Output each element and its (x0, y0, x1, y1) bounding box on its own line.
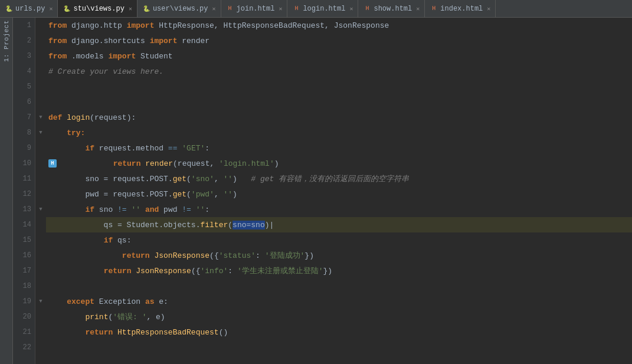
str-status-val: '登陆成功' (265, 250, 305, 261)
str-empty-sno: '' (131, 205, 140, 214)
tab-bar: 🐍 urls.py ✕ 🐍 stu\views.py ✕ 🐍 user\view… (0, 0, 632, 18)
line-num-2: 2 (13, 33, 35, 48)
tab-urls-py[interactable]: 🐍 urls.py ✕ (0, 0, 58, 17)
str-error: '错误: ' (113, 311, 146, 322)
line-num-11: 11 (13, 171, 35, 186)
tab-label: login.html (303, 5, 345, 13)
fold-icon-19[interactable]: ▼ (39, 299, 42, 304)
code-line-2: from django.shortcuts import render (46, 33, 632, 48)
exception-class: Exception (99, 297, 140, 306)
gutter-3 (35, 48, 46, 64)
tab-label: urls.py (15, 5, 45, 13)
gutter-5 (35, 79, 46, 94)
code-lines[interactable]: from django.http import HttpResponse, Ht… (46, 18, 632, 364)
tab-close[interactable]: ✕ (129, 5, 132, 12)
h-bookmark-icon: H (48, 159, 57, 168)
gutter-15 (35, 232, 46, 248)
gutter: ▼ ▼ ▼ ▼ (35, 18, 46, 364)
tab-label: show.html (374, 5, 412, 13)
str-empty-12: '' (223, 190, 233, 199)
code-line-5 (46, 79, 632, 94)
fold-icon-7[interactable]: ▼ (39, 114, 42, 120)
gutter-6 (35, 94, 46, 110)
line-numbers: 1 2 3 4 5 6 7 8 9 10 11 12 13 14 15 16 1… (13, 18, 35, 364)
tab-close[interactable]: ✕ (279, 5, 282, 12)
str-info-key: 'info' (200, 267, 228, 276)
tab-close[interactable]: ✕ (487, 5, 490, 12)
line-num-14: 14 (13, 217, 35, 232)
op-eq: == (168, 144, 178, 153)
code-line-22 (46, 340, 632, 355)
gutter-2 (35, 33, 46, 48)
kw-and: and (145, 205, 159, 214)
main-layout: 1: Project 1 2 3 4 5 6 7 8 9 10 11 12 13… (0, 18, 632, 364)
op-ne-1: != (117, 205, 127, 214)
py-icon: 🐍 (5, 5, 13, 13)
kw-import-3: import (108, 52, 136, 61)
fn-jsonresponse-16: JsonResponse (154, 251, 209, 260)
line-num-13: 13 (13, 202, 35, 217)
code-line-1: from django.http import HttpResponse, Ht… (46, 18, 632, 33)
tab-close[interactable]: ✕ (212, 5, 216, 12)
gutter-10 (35, 156, 46, 171)
gutter-8[interactable]: ▼ (35, 125, 46, 140)
fn-print: print (85, 313, 108, 322)
tab-user-views-py[interactable]: 🐍 user\views.py ✕ (137, 0, 221, 17)
py-icon: 🐍 (63, 5, 71, 13)
code-line-12: pwd = request.POST.get('pwd', '') (46, 186, 632, 202)
op-ne-2: != (182, 205, 191, 214)
str-status-key: 'status' (219, 251, 256, 260)
gutter-22 (35, 340, 46, 355)
line-num-9: 9 (13, 140, 35, 156)
tab-stu-views-py[interactable]: 🐍 stu\views.py ✕ (58, 0, 137, 17)
line-num-12: 12 (13, 186, 35, 202)
line-num-22: 22 (13, 340, 35, 355)
code-line-9: if request.method == 'GET': (46, 140, 632, 156)
line-num-3: 3 (13, 48, 35, 64)
code-line-20: print('错误: ', e) (46, 309, 632, 324)
kw-from-3: from (48, 52, 67, 61)
str-info-val: '学生未注册或禁止登陆' (237, 265, 323, 276)
tab-index-html[interactable]: H index.html ✕ (425, 0, 496, 17)
tab-label: stu\views.py (73, 5, 124, 13)
fn-get-12: get (173, 190, 186, 199)
line-num-20: 20 (13, 309, 35, 324)
comment-4: # Create your views here. (48, 67, 163, 76)
code-line-3: from .models import Student (46, 48, 632, 64)
tab-close[interactable]: ✕ (49, 5, 53, 12)
gutter-13[interactable]: ▼ (35, 202, 46, 217)
html-icon: H (430, 5, 438, 13)
tab-login-html[interactable]: H login.html ✕ (287, 0, 358, 17)
tab-close[interactable]: ✕ (416, 5, 420, 12)
code-line-19: except Exception as e: (46, 294, 632, 309)
gutter-7[interactable]: ▼ (35, 110, 46, 125)
kw-from-2: from (48, 37, 67, 45)
line-num-21: 21 (13, 324, 35, 340)
kw-try: try: (67, 129, 85, 137)
tab-join-html[interactable]: H join.html ✕ (221, 0, 288, 17)
code-line-15: if qs: (46, 232, 632, 248)
gutter-19[interactable]: ▼ (35, 294, 46, 309)
line-num-16: 16 (13, 248, 35, 263)
tab-label: index.html (440, 5, 483, 13)
line-num-4: 4 (13, 64, 35, 79)
fold-icon-13[interactable]: ▼ (39, 206, 42, 212)
project-sidebar[interactable]: 1: Project (0, 18, 13, 364)
tab-close[interactable]: ✕ (349, 5, 353, 12)
line-num-6: 6 (13, 94, 35, 110)
code-line-11: sno = request.POST.get('sno', '') # get … (46, 171, 632, 186)
line-num-15: 15 (13, 232, 35, 248)
tab-show-html[interactable]: H show.html ✕ (358, 0, 425, 17)
kw-if-15: if (104, 236, 113, 245)
kw-if-9: if (85, 144, 94, 153)
kw-import-2: import (150, 37, 178, 45)
line-num-1: 1 (13, 18, 35, 33)
line-num-17: 17 (13, 263, 35, 278)
gutter-11 (35, 171, 46, 186)
str-empty-pwd: '' (196, 205, 205, 214)
fold-icon-8[interactable]: ▼ (39, 130, 42, 136)
fn-get-11: get (173, 175, 186, 183)
comment-11: # get 有容错，没有的话返回后面的空字符串 (251, 173, 409, 184)
fn-render: render (145, 159, 173, 168)
kw-return-17: return (104, 267, 132, 276)
